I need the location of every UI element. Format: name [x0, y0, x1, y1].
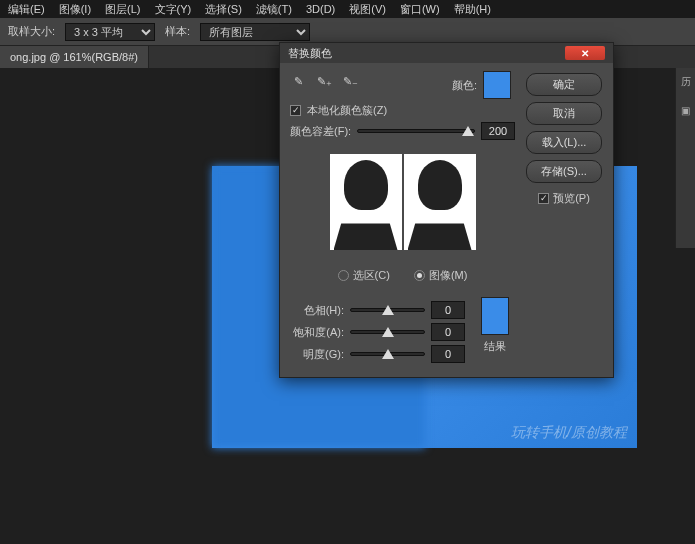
document-tab[interactable]: ong.jpg @ 161%(RGB/8#) [0, 46, 149, 68]
saturation-value[interactable]: 0 [431, 323, 465, 341]
fuzziness-label: 颜色容差(F): [290, 124, 351, 139]
cancel-button[interactable]: 取消 [526, 102, 602, 125]
eyedropper-toolbar: ✎ ✎₊ ✎₋ [290, 73, 358, 89]
eyedropper-icon[interactable]: ✎ [290, 73, 306, 89]
panel-tab[interactable]: 历 [676, 68, 695, 96]
hue-slider[interactable] [350, 308, 425, 312]
lightness-value[interactable]: 0 [431, 345, 465, 363]
ok-button[interactable]: 确定 [526, 73, 602, 96]
localized-checkbox[interactable] [290, 105, 301, 116]
menu-item[interactable]: 图层(L) [105, 2, 140, 17]
color-label: 颜色: [452, 78, 477, 93]
dialog-titlebar[interactable]: 替换颜色 ✕ [280, 43, 613, 63]
watermark-text: 玩转手机/原创教程 [511, 424, 627, 442]
source-color-swatch[interactable] [483, 71, 511, 99]
lightness-label: 明度(G): [290, 347, 344, 362]
right-panel-tabs[interactable]: 历 ▣ [675, 68, 695, 248]
menu-item[interactable]: 滤镜(T) [256, 2, 292, 17]
selection-radio[interactable]: 选区(C) [338, 268, 390, 283]
menu-item[interactable]: 帮助(H) [454, 2, 491, 17]
fuzziness-value[interactable]: 200 [481, 122, 515, 140]
menu-item[interactable]: 图像(I) [59, 2, 91, 17]
save-button[interactable]: 存储(S)... [526, 160, 602, 183]
menu-item[interactable]: 3D(D) [306, 3, 335, 15]
image-radio[interactable]: 图像(M) [414, 268, 468, 283]
eyedropper-plus-icon[interactable]: ✎₊ [316, 73, 332, 89]
menu-item[interactable]: 视图(V) [349, 2, 386, 17]
menu-item[interactable]: 窗口(W) [400, 2, 440, 17]
hue-value[interactable]: 0 [431, 301, 465, 319]
localized-label: 本地化颜色簇(Z) [307, 103, 387, 118]
preview-label: 预览(P) [553, 191, 590, 206]
close-icon[interactable]: ✕ [565, 46, 605, 60]
menu-item[interactable]: 选择(S) [205, 2, 242, 17]
sample-size-select[interactable]: 3 x 3 平均 [65, 23, 155, 41]
preview-thumb[interactable] [404, 154, 476, 250]
fuzziness-slider[interactable] [357, 129, 475, 133]
replace-color-dialog: 替换颜色 ✕ ✎ ✎₊ ✎₋ 颜色: 本地化颜色簇(Z) 颜色容差(F): [279, 42, 614, 378]
sample-label: 样本: [165, 24, 190, 39]
saturation-slider[interactable] [350, 330, 425, 334]
result-label: 结果 [475, 339, 515, 354]
preview-thumbnails [290, 154, 515, 250]
preview-thumb[interactable] [330, 154, 402, 250]
result-color-swatch[interactable] [481, 297, 509, 335]
sample-size-label: 取样大小: [8, 24, 55, 39]
saturation-label: 饱和度(A): [290, 325, 344, 340]
load-button[interactable]: 载入(L)... [526, 131, 602, 154]
menu-item[interactable]: 编辑(E) [8, 2, 45, 17]
lightness-slider[interactable] [350, 352, 425, 356]
app-menubar[interactable]: 编辑(E) 图像(I) 图层(L) 文字(Y) 选择(S) 滤镜(T) 3D(D… [0, 0, 695, 18]
sample-layers-select[interactable]: 所有图层 [200, 23, 310, 41]
dialog-title: 替换颜色 [288, 46, 332, 61]
menu-item[interactable]: 文字(Y) [155, 2, 192, 17]
eyedropper-minus-icon[interactable]: ✎₋ [342, 73, 358, 89]
panel-icon[interactable]: ▣ [676, 96, 695, 124]
preview-checkbox[interactable] [538, 193, 549, 204]
hue-label: 色相(H): [290, 303, 344, 318]
